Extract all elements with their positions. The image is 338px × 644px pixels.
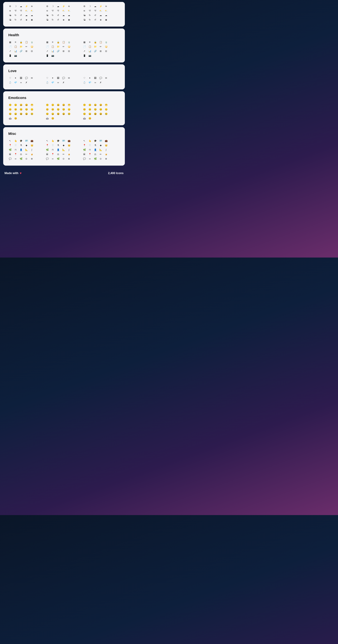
icon-cell: ✉	[30, 76, 34, 80]
icon-cell: ↺	[93, 18, 97, 22]
icon-cell: 🌿	[56, 157, 60, 160]
icon-row: 📄 📋 📁 ✏ 🔱	[45, 45, 83, 48]
icon-cell: ↺	[19, 14, 23, 17]
icon-cell: 😊	[14, 116, 17, 120]
icon-row: 📱 📷	[83, 54, 120, 57]
icon-cell: ↗	[8, 49, 12, 53]
icon-cell: °F	[56, 9, 60, 12]
icon-cell: 💎	[14, 81, 17, 84]
icon-row: 😊 😐 😏 😒 😞	[8, 108, 45, 111]
icon-row: 🌤 ↻ ↺ ☁ ☁	[45, 14, 83, 17]
icon-cell: ↺	[56, 14, 60, 17]
icon-row: ≋ °F °F ⛅ ⛅	[83, 9, 120, 12]
icon-cell: 🌤	[83, 14, 86, 17]
icon-cell: 🌤	[45, 18, 49, 22]
icon-row: ⚙ ☽ ☁ ⚡ ≋	[45, 4, 83, 8]
footer-icons-count: 2,400 Icons	[108, 172, 124, 175]
icon-cell: °F	[88, 9, 91, 12]
icon-cell: 🏛	[45, 152, 49, 156]
icon-cell: 😑	[51, 103, 54, 107]
icon-cell: 📐	[99, 148, 102, 152]
icon-cell: 📋	[25, 40, 28, 44]
icon-cell: ⊟	[30, 49, 34, 53]
emoticons-title: Emoticons	[8, 96, 120, 100]
icon-cell: ✉	[104, 76, 108, 80]
icon-row: 💍 💎 ∞ ✗	[45, 81, 83, 84]
icon-cell: 🌤	[83, 18, 86, 22]
icon-cell: ⊟	[104, 49, 108, 53]
made-with-label: Made with	[4, 172, 18, 175]
icon-cell: 🙂	[8, 103, 12, 107]
icon-cell: ✏	[25, 45, 28, 48]
heart-icon: ♥	[20, 171, 21, 175]
icon-row: 🌤 ↻ ↺ ◈ ◉	[83, 18, 120, 22]
icon-cell: 📊	[51, 49, 54, 53]
icon-cell: ◈	[62, 18, 65, 22]
icon-cell: 👑	[104, 144, 108, 147]
footer-made-with: Made with ♥	[4, 171, 21, 175]
icon-cell: ◆	[99, 144, 102, 147]
icon-row: 🙂 😑 😄 😀 😁	[83, 103, 120, 107]
icon-cell: ☁	[25, 14, 28, 17]
icon-cell: 😏	[56, 108, 60, 111]
icon-cell: 👑	[67, 144, 71, 147]
icon-cell: ∫	[30, 148, 34, 152]
icon-cell: ∞	[88, 157, 91, 160]
icon-row: ↗ 📊 🔗 ⊞ ⊟	[8, 49, 45, 53]
icon-cell: 😢	[30, 112, 34, 116]
icon-cell: ⊞	[62, 49, 65, 53]
icon-cell: 🍵	[104, 40, 108, 44]
icon-cell: ⛅	[30, 9, 34, 12]
icon-cell: 😣	[83, 112, 86, 116]
icon-cell: 🍵	[30, 40, 34, 44]
icon-row: ▦ ✳ 🔒 📋 🍵	[8, 40, 45, 44]
icon-cell: 📐	[62, 148, 65, 152]
weather-col-1: ⚙ ☽ ☁ ⚡ ≋ ≋ °F °F ⛅ ⛅ 🌤 ↻ ↺ ☁	[8, 4, 45, 22]
icon-cell: ◆	[25, 144, 28, 147]
icon-row: 🏛 📍 ⚖ ✏ 🍺	[45, 152, 83, 156]
icon-cell: ⚖	[56, 152, 60, 156]
icon-cell: ✗	[62, 81, 65, 84]
icon-cell: ≋	[30, 4, 34, 8]
icon-row: ▦ ✳ 🔒 📋 🍵	[83, 40, 120, 44]
icon-cell: ⚖	[19, 152, 23, 156]
icon-cell: ⊕	[67, 157, 71, 160]
icon-cell: 😀	[62, 103, 65, 107]
icon-cell: 😊	[8, 108, 12, 111]
icon-row: 📄 📋 📁 ✏ 🔱	[8, 45, 45, 48]
icon-cell: ✳	[88, 40, 91, 44]
icon-cell: 👤	[56, 148, 60, 152]
icon-row: 💬 ∞ 🌿 ⊙ ⊕	[83, 157, 120, 160]
icon-cell: ✦	[51, 76, 54, 80]
misc-col-2: ↖ 👆 🎓 🪪 💼 📍 🦷 ⚗ ◆ 👑 🌿 ⊓ 👤	[45, 139, 83, 160]
icon-cell: ⊙	[99, 157, 102, 160]
icon-row: ♡ ✦ 🖼 💬 ✉	[45, 76, 83, 80]
icon-cell: 💬	[8, 157, 12, 160]
icon-row: 😣 😖 😫 😩 😢	[45, 112, 83, 116]
icon-cell: 📐	[25, 148, 28, 152]
icon-row: 🌿 ⊓ 👤 📐 ∫	[83, 148, 120, 152]
icon-cell: 🔒	[93, 40, 97, 44]
icon-cell: ∞	[56, 81, 60, 84]
icon-row: 🌤 ↻ ↺ ☁ ☁	[8, 14, 45, 17]
icon-row: 🙂 😑 😄 😀 😁	[45, 103, 83, 107]
icon-row: 😊 😐 😏 😒 😞	[83, 108, 120, 111]
icon-cell: 📊	[88, 49, 91, 53]
misc-col-1: ↖ 👆 🎓 🪪 💼 📍 🦷 ⚗ ◆ 👑 🌿 ⊓ 👤	[8, 139, 45, 160]
icon-cell: 😁	[30, 103, 34, 107]
icon-row: 📍 🦷 ⚗ ◆ 👑	[45, 144, 83, 147]
health-col-2: ▦ ✳ 🔒 📋 🍵 📄 📋 📁 ✏ 🔱 ↗ 📊 🔗	[45, 40, 83, 57]
cards-wrapper: ⚙ ☽ ☁ ⚡ ≋ ≋ °F °F ⛅ ⛅ 🌤 ↻ ↺ ☁	[3, 0, 125, 166]
icon-cell: 💬	[99, 76, 102, 80]
icon-cell: 🍺	[67, 152, 71, 156]
icon-cell: 📍	[14, 152, 17, 156]
icon-cell: ↖	[83, 139, 86, 142]
icon-cell: 😁	[67, 103, 71, 107]
icon-cell: 📱	[8, 54, 12, 57]
emoticons-icon-grid: 🙂 😑 😄 😀 😁 😊 😐 😏 😒 😞 😣 😖 😫	[8, 103, 120, 120]
icon-cell: 😫	[56, 112, 60, 116]
icon-cell: ☁	[19, 4, 23, 8]
icon-cell: 📍	[83, 144, 86, 147]
icon-cell: ↻	[51, 18, 54, 22]
icon-cell: 📍	[45, 144, 49, 147]
